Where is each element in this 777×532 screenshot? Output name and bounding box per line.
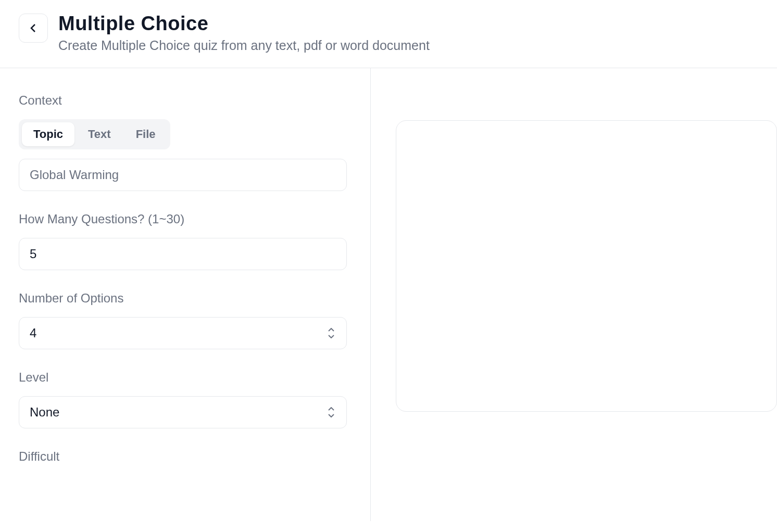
topic-input[interactable] <box>19 159 347 191</box>
context-field: Context Topic Text File <box>19 93 352 191</box>
options-select[interactable]: 4 <box>19 317 347 349</box>
chevron-left-icon <box>27 22 40 34</box>
form-panel: Context Topic Text File How Many Questio… <box>0 68 371 521</box>
context-tabs: Topic Text File <box>19 119 170 149</box>
difficult-label: Difficult <box>19 449 352 464</box>
level-select[interactable]: None <box>19 396 347 428</box>
preview-panel <box>371 68 777 521</box>
page-header: Multiple Choice Create Multiple Choice q… <box>0 0 777 68</box>
options-field: Number of Options 4 <box>19 291 352 349</box>
page-title: Multiple Choice <box>58 12 430 35</box>
preview-card <box>396 120 777 412</box>
context-label: Context <box>19 93 352 108</box>
options-label: Number of Options <box>19 291 352 306</box>
tab-file[interactable]: File <box>124 122 167 146</box>
level-value: None <box>30 405 59 420</box>
level-label: Level <box>19 370 352 385</box>
page-subtitle: Create Multiple Choice quiz from any tex… <box>58 38 430 53</box>
chevron-up-down-icon <box>327 327 336 339</box>
back-button[interactable] <box>19 14 48 43</box>
difficult-field: Difficult <box>19 449 352 464</box>
level-field: Level None <box>19 370 352 428</box>
chevron-up-down-icon <box>327 407 336 418</box>
options-value: 4 <box>30 326 36 340</box>
questions-input[interactable] <box>19 238 347 270</box>
questions-field: How Many Questions? (1~30) <box>19 212 352 270</box>
tab-topic[interactable]: Topic <box>22 122 74 146</box>
tab-text[interactable]: Text <box>77 122 122 146</box>
questions-label: How Many Questions? (1~30) <box>19 212 352 226</box>
